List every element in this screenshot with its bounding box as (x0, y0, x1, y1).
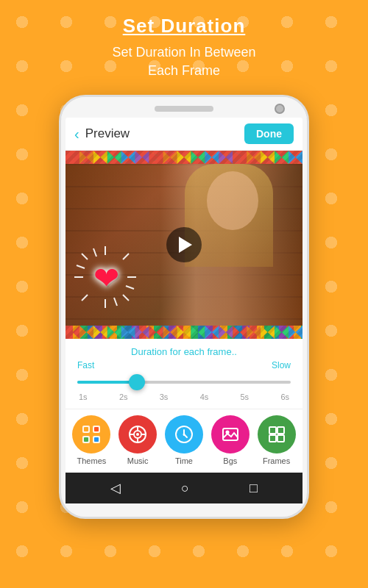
app-screen: ‹ Preview Done (66, 118, 302, 473)
svg-marker-49 (289, 326, 302, 339)
svg-marker-43 (205, 326, 219, 339)
svg-line-31 (93, 248, 96, 257)
svg-marker-37 (121, 326, 135, 339)
slider-labels: Fast Slow (77, 360, 291, 370)
toolbar-item-music[interactable]: Music (118, 415, 157, 465)
themes-icon (81, 424, 102, 445)
svg-line-27 (123, 254, 129, 259)
time-icon (174, 425, 194, 444)
bgs-icon-circle (211, 415, 250, 453)
svg-marker-11 (163, 151, 177, 164)
svg-marker-44 (219, 326, 233, 339)
svg-rect-73 (269, 435, 276, 442)
slow-label: Slow (272, 360, 291, 370)
tick-5s: 5s (241, 392, 250, 401)
bottom-toolbar: Themes Music (66, 409, 302, 473)
face-overlay (207, 171, 258, 230)
slider-thumb[interactable] (129, 374, 145, 390)
back-button[interactable]: ‹ (74, 126, 79, 143)
nav-title: Preview (85, 126, 244, 141)
time-icon-circle (165, 415, 203, 453)
svg-marker-42 (191, 326, 205, 339)
svg-marker-7 (107, 151, 121, 164)
header: Set Duration Set Duration In BetweenEach… (0, 0, 368, 87)
svg-marker-8 (121, 151, 135, 164)
svg-rect-3 (66, 151, 302, 164)
app-nav-bar: ‹ Preview Done (66, 118, 302, 151)
phone-mockup: ‹ Preview Done (59, 95, 309, 519)
done-button[interactable]: Done (244, 123, 294, 144)
svg-marker-18 (261, 151, 275, 164)
svg-rect-57 (94, 437, 99, 442)
bgs-icon (221, 425, 240, 444)
bottom-chevron-border (66, 326, 302, 339)
svg-marker-19 (275, 151, 289, 164)
bgs-label: Bgs (223, 456, 237, 465)
slider-track (77, 381, 291, 384)
phone-bottom-nav: ◁ ○ □ (66, 473, 302, 503)
svg-marker-40 (163, 326, 177, 339)
toolbar-item-frames[interactable]: Frames (258, 415, 296, 465)
svg-marker-15 (219, 151, 233, 164)
svg-point-68 (183, 434, 185, 436)
svg-line-26 (123, 295, 129, 301)
frames-label: Frames (263, 456, 290, 465)
toolbar-item-themes[interactable]: Themes (72, 415, 110, 465)
svg-marker-45 (233, 326, 247, 339)
page-subtitle: Set Duration In BetweenEach Frame (15, 43, 353, 80)
svg-marker-9 (135, 151, 149, 164)
svg-marker-34 (79, 326, 93, 339)
svg-rect-74 (277, 435, 284, 442)
tick-2s: 2s (119, 392, 128, 401)
svg-rect-56 (84, 437, 88, 442)
svg-line-30 (126, 286, 134, 289)
svg-marker-6 (93, 151, 107, 164)
svg-marker-39 (149, 326, 163, 339)
page-title: Set Duration (15, 15, 353, 37)
toolbar-item-bgs[interactable]: Bgs (211, 415, 250, 465)
tick-1s: 1s (79, 392, 88, 401)
phone-speaker (155, 106, 213, 112)
tick-6s: 6s (280, 392, 289, 401)
music-icon-circle (118, 415, 157, 453)
svg-line-32 (114, 298, 117, 306)
play-icon (179, 237, 192, 253)
svg-marker-41 (177, 326, 191, 339)
svg-rect-55 (94, 427, 99, 431)
svg-rect-71 (269, 427, 276, 434)
tick-4s: 4s (200, 392, 209, 401)
tick-3s: 3s (160, 392, 169, 401)
nav-recents-icon[interactable]: □ (250, 481, 258, 496)
slider-container[interactable] (77, 373, 291, 391)
svg-marker-14 (205, 151, 219, 164)
svg-marker-48 (275, 326, 289, 339)
slider-ticks: 1s 2s 3s 4s 5s 6s (77, 392, 291, 401)
music-icon (128, 425, 147, 444)
svg-marker-46 (247, 326, 261, 339)
svg-rect-72 (277, 427, 284, 434)
svg-marker-47 (261, 326, 275, 339)
svg-line-28 (82, 295, 88, 301)
music-label: Music (127, 456, 149, 465)
play-button[interactable] (166, 227, 202, 262)
svg-line-25 (82, 254, 88, 259)
svg-marker-20 (289, 151, 302, 164)
slider-area: Fast Slow 1s 2s 3s 4s 5s 6s (66, 360, 302, 409)
time-label: Time (175, 456, 193, 465)
svg-marker-16 (233, 151, 247, 164)
top-chevron-border (66, 151, 302, 164)
phone-camera (275, 104, 285, 114)
svg-line-29 (77, 265, 85, 268)
svg-marker-38 (135, 326, 149, 339)
svg-marker-12 (177, 151, 191, 164)
themes-icon-circle (72, 415, 110, 453)
nav-home-icon[interactable]: ○ (181, 481, 189, 496)
duration-label: Duration for each frame.. (66, 339, 302, 360)
svg-marker-10 (149, 151, 163, 164)
svg-marker-5 (79, 151, 93, 164)
heart-rays (73, 245, 138, 309)
toolbar-item-time[interactable]: Time (165, 415, 203, 465)
phone-top-bar (61, 97, 307, 118)
nav-back-icon[interactable]: ◁ (110, 480, 121, 496)
svg-marker-36 (107, 326, 121, 339)
